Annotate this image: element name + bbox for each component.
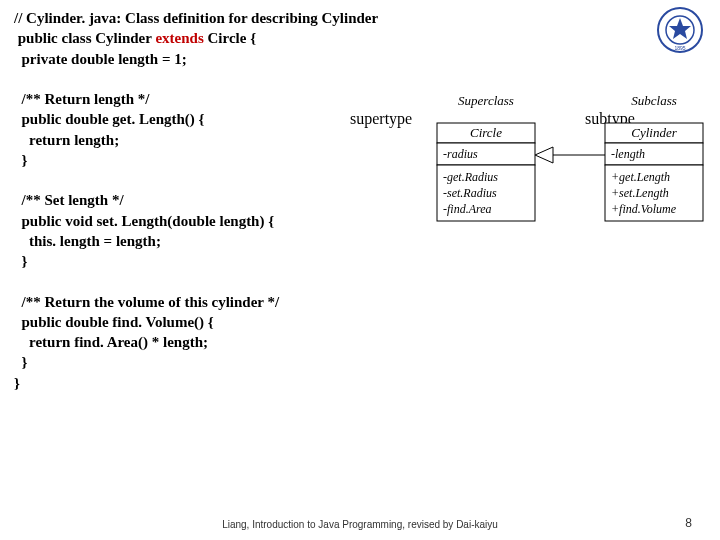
code-line: public double get. Length() { — [14, 111, 205, 127]
supertype-label: supertype — [350, 110, 412, 128]
svg-marker-22 — [535, 147, 553, 163]
code-line: } — [14, 152, 27, 168]
svg-text:-length: -length — [611, 147, 645, 161]
svg-text:+get.Length: +get.Length — [611, 170, 670, 184]
inheritance-arrow — [535, 147, 605, 163]
code-line: /** Set length */ — [14, 192, 124, 208]
svg-text:Subclass: Subclass — [631, 93, 677, 108]
code-line: // Cylinder. java: Class definition for … — [14, 10, 378, 26]
svg-text:Superclass: Superclass — [458, 93, 514, 108]
code-line: /** Return length */ — [14, 91, 149, 107]
svg-text:Circle: Circle — [470, 125, 502, 140]
code-line: } — [14, 354, 27, 370]
code-line: public class Cylinder extends Circle { — [14, 30, 256, 46]
svg-text:-find.Area: -find.Area — [443, 202, 492, 216]
keyword-extends: extends — [155, 30, 203, 46]
code-line: public void set. Length(double length) { — [14, 213, 274, 229]
svg-text:1895: 1895 — [674, 45, 685, 51]
page-number: 8 — [685, 516, 692, 530]
code-line: this. length = length; — [14, 233, 161, 249]
svg-text:-radius: -radius — [443, 147, 478, 161]
uml-diagram: Superclass Subclass Circle -radius -get.… — [435, 93, 705, 257]
code-line: } — [14, 253, 27, 269]
svg-text:+find.Volume: +find.Volume — [611, 202, 677, 216]
svg-text:-set.Radius: -set.Radius — [443, 186, 497, 200]
footer-citation: Liang, Introduction to Java Programming,… — [0, 519, 720, 530]
slide: 1895 // Cylinder. java: Class definition… — [0, 0, 720, 540]
uml-class-cylinder: Cylinder -length +get.Length +set.Length… — [605, 123, 703, 221]
university-logo: 1895 — [656, 6, 704, 58]
code-line: return length; — [14, 132, 119, 148]
uml-class-circle: Circle -radius -get.Radius -set.Radius -… — [437, 123, 535, 221]
code-block: // Cylinder. java: Class definition for … — [14, 8, 378, 393]
svg-text:Cylinder: Cylinder — [631, 125, 677, 140]
code-line: public double find. Volume() { — [14, 314, 214, 330]
code-line: /** Return the volume of this cylinder *… — [14, 294, 279, 310]
svg-text:-get.Radius: -get.Radius — [443, 170, 498, 184]
code-line: } — [14, 375, 20, 391]
code-line: return find. Area() * length; — [14, 334, 208, 350]
svg-text:+set.Length: +set.Length — [611, 186, 669, 200]
code-line: private double length = 1; — [14, 51, 187, 67]
